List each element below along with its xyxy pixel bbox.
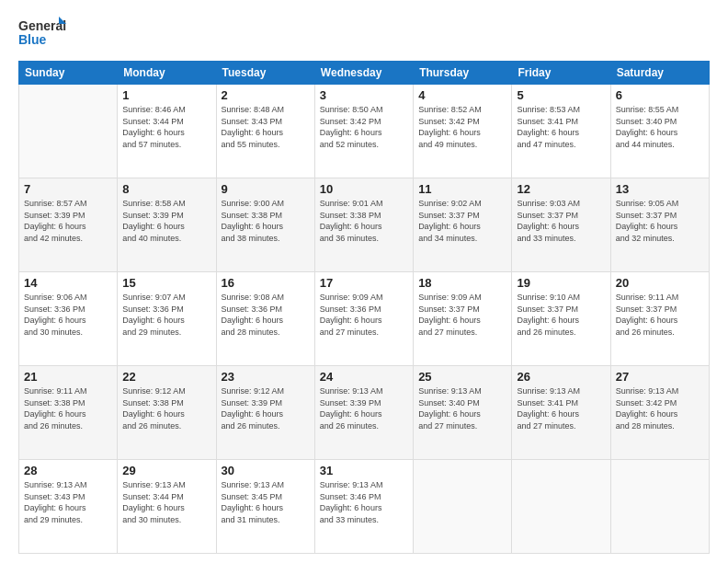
cell-info: Sunrise: 8:58 AM Sunset: 3:39 PM Dayligh… bbox=[122, 198, 210, 244]
page: General Blue SundayMondayTuesdayWednesda… bbox=[0, 0, 728, 563]
cell-info: Sunrise: 9:09 AM Sunset: 3:36 PM Dayligh… bbox=[320, 292, 408, 338]
cell-info: Sunrise: 9:06 AM Sunset: 3:36 PM Dayligh… bbox=[24, 292, 112, 338]
cell-info: Sunrise: 9:02 AM Sunset: 3:37 PM Dayligh… bbox=[418, 198, 506, 244]
calendar-cell: 30Sunrise: 9:13 AM Sunset: 3:45 PM Dayli… bbox=[216, 460, 314, 554]
weekday-header-saturday: Saturday bbox=[610, 62, 709, 85]
cell-info: Sunrise: 9:13 AM Sunset: 3:44 PM Dayligh… bbox=[122, 479, 210, 525]
cell-info: Sunrise: 8:55 AM Sunset: 3:40 PM Dayligh… bbox=[616, 104, 704, 150]
cell-info: Sunrise: 9:09 AM Sunset: 3:37 PM Dayligh… bbox=[418, 292, 506, 338]
calendar-cell: 5Sunrise: 8:53 AM Sunset: 3:41 PM Daylig… bbox=[512, 85, 610, 178]
calendar-cell: 11Sunrise: 9:02 AM Sunset: 3:37 PM Dayli… bbox=[414, 178, 512, 272]
calendar-cell: 24Sunrise: 9:13 AM Sunset: 3:39 PM Dayli… bbox=[314, 366, 413, 460]
calendar-cell: 6Sunrise: 8:55 AM Sunset: 3:40 PM Daylig… bbox=[610, 85, 709, 178]
calendar-cell: 15Sunrise: 9:07 AM Sunset: 3:36 PM Dayli… bbox=[118, 272, 216, 366]
day-number: 8 bbox=[122, 182, 210, 196]
calendar-cell: 31Sunrise: 9:13 AM Sunset: 3:46 PM Dayli… bbox=[314, 460, 413, 554]
calendar-cell: 17Sunrise: 9:09 AM Sunset: 3:36 PM Dayli… bbox=[314, 272, 413, 366]
weekday-header-sunday: Sunday bbox=[19, 62, 118, 85]
cell-info: Sunrise: 9:00 AM Sunset: 3:38 PM Dayligh… bbox=[222, 198, 310, 244]
weekday-header-row: SundayMondayTuesdayWednesdayThursdayFrid… bbox=[19, 62, 710, 85]
day-number: 21 bbox=[24, 370, 112, 384]
calendar-cell: 27Sunrise: 9:13 AM Sunset: 3:42 PM Dayli… bbox=[610, 366, 709, 460]
cell-info: Sunrise: 9:13 AM Sunset: 3:43 PM Dayligh… bbox=[24, 479, 112, 525]
logo-svg: General Blue bbox=[18, 17, 66, 50]
calendar-cell bbox=[610, 460, 709, 554]
calendar-cell: 22Sunrise: 9:12 AM Sunset: 3:38 PM Dayli… bbox=[118, 366, 216, 460]
cell-info: Sunrise: 9:10 AM Sunset: 3:37 PM Dayligh… bbox=[517, 292, 605, 338]
cell-info: Sunrise: 8:53 AM Sunset: 3:41 PM Dayligh… bbox=[517, 104, 605, 150]
weekday-header-friday: Friday bbox=[512, 62, 610, 85]
cell-info: Sunrise: 9:13 AM Sunset: 3:42 PM Dayligh… bbox=[616, 385, 704, 431]
cell-info: Sunrise: 9:13 AM Sunset: 3:45 PM Dayligh… bbox=[222, 479, 310, 525]
calendar-week-row: 21Sunrise: 9:11 AM Sunset: 3:38 PM Dayli… bbox=[19, 366, 710, 460]
cell-info: Sunrise: 8:50 AM Sunset: 3:42 PM Dayligh… bbox=[320, 104, 408, 150]
day-number: 24 bbox=[320, 370, 408, 384]
day-number: 3 bbox=[320, 88, 408, 102]
day-number: 1 bbox=[122, 88, 210, 102]
cell-info: Sunrise: 9:11 AM Sunset: 3:38 PM Dayligh… bbox=[24, 385, 112, 431]
cell-info: Sunrise: 9:13 AM Sunset: 3:39 PM Dayligh… bbox=[320, 385, 408, 431]
cell-info: Sunrise: 8:46 AM Sunset: 3:44 PM Dayligh… bbox=[122, 104, 210, 150]
calendar-cell bbox=[19, 85, 118, 178]
day-number: 5 bbox=[517, 88, 605, 102]
day-number: 7 bbox=[24, 182, 112, 196]
calendar-cell: 28Sunrise: 9:13 AM Sunset: 3:43 PM Dayli… bbox=[19, 460, 118, 554]
calendar-cell: 18Sunrise: 9:09 AM Sunset: 3:37 PM Dayli… bbox=[414, 272, 512, 366]
day-number: 6 bbox=[616, 88, 704, 102]
cell-info: Sunrise: 9:12 AM Sunset: 3:38 PM Dayligh… bbox=[122, 385, 210, 431]
cell-info: Sunrise: 9:08 AM Sunset: 3:36 PM Dayligh… bbox=[222, 292, 310, 338]
calendar-week-row: 1Sunrise: 8:46 AM Sunset: 3:44 PM Daylig… bbox=[19, 85, 710, 178]
calendar-cell: 3Sunrise: 8:50 AM Sunset: 3:42 PM Daylig… bbox=[314, 85, 413, 178]
day-number: 18 bbox=[418, 276, 506, 290]
day-number: 27 bbox=[616, 370, 704, 384]
cell-info: Sunrise: 9:13 AM Sunset: 3:41 PM Dayligh… bbox=[517, 385, 605, 431]
calendar-cell: 7Sunrise: 8:57 AM Sunset: 3:39 PM Daylig… bbox=[19, 178, 118, 272]
calendar-cell: 1Sunrise: 8:46 AM Sunset: 3:44 PM Daylig… bbox=[118, 85, 216, 178]
cell-info: Sunrise: 9:13 AM Sunset: 3:40 PM Dayligh… bbox=[418, 385, 506, 431]
cell-info: Sunrise: 8:57 AM Sunset: 3:39 PM Dayligh… bbox=[24, 198, 112, 244]
calendar-cell: 19Sunrise: 9:10 AM Sunset: 3:37 PM Dayli… bbox=[512, 272, 610, 366]
cell-info: Sunrise: 9:12 AM Sunset: 3:39 PM Dayligh… bbox=[222, 385, 310, 431]
day-number: 16 bbox=[222, 276, 310, 290]
calendar-cell: 26Sunrise: 9:13 AM Sunset: 3:41 PM Dayli… bbox=[512, 366, 610, 460]
calendar-cell: 20Sunrise: 9:11 AM Sunset: 3:37 PM Dayli… bbox=[610, 272, 709, 366]
weekday-header-thursday: Thursday bbox=[414, 62, 512, 85]
calendar-cell: 12Sunrise: 9:03 AM Sunset: 3:37 PM Dayli… bbox=[512, 178, 610, 272]
day-number: 17 bbox=[320, 276, 408, 290]
day-number: 15 bbox=[122, 276, 210, 290]
cell-info: Sunrise: 9:11 AM Sunset: 3:37 PM Dayligh… bbox=[616, 292, 704, 338]
day-number: 31 bbox=[320, 464, 408, 477]
day-number: 26 bbox=[517, 370, 605, 384]
weekday-header-monday: Monday bbox=[118, 62, 216, 85]
day-number: 2 bbox=[222, 88, 310, 102]
day-number: 25 bbox=[418, 370, 506, 384]
calendar-cell: 25Sunrise: 9:13 AM Sunset: 3:40 PM Dayli… bbox=[414, 366, 512, 460]
calendar-week-row: 14Sunrise: 9:06 AM Sunset: 3:36 PM Dayli… bbox=[19, 272, 710, 366]
day-number: 14 bbox=[24, 276, 112, 290]
calendar-week-row: 7Sunrise: 8:57 AM Sunset: 3:39 PM Daylig… bbox=[19, 178, 710, 272]
weekday-header-tuesday: Tuesday bbox=[216, 62, 314, 85]
day-number: 28 bbox=[24, 464, 112, 477]
cell-info: Sunrise: 9:05 AM Sunset: 3:37 PM Dayligh… bbox=[616, 198, 704, 244]
calendar-table: SundayMondayTuesdayWednesdayThursdayFrid… bbox=[18, 61, 710, 554]
day-number: 10 bbox=[320, 182, 408, 196]
calendar-cell: 14Sunrise: 9:06 AM Sunset: 3:36 PM Dayli… bbox=[19, 272, 118, 366]
calendar-cell: 21Sunrise: 9:11 AM Sunset: 3:38 PM Dayli… bbox=[19, 366, 118, 460]
calendar-cell: 29Sunrise: 9:13 AM Sunset: 3:44 PM Dayli… bbox=[118, 460, 216, 554]
header: General Blue bbox=[18, 17, 710, 50]
day-number: 30 bbox=[222, 464, 310, 477]
calendar-cell: 4Sunrise: 8:52 AM Sunset: 3:42 PM Daylig… bbox=[414, 85, 512, 178]
day-number: 19 bbox=[517, 276, 605, 290]
day-number: 23 bbox=[222, 370, 310, 384]
cell-info: Sunrise: 8:48 AM Sunset: 3:43 PM Dayligh… bbox=[222, 104, 310, 150]
cell-info: Sunrise: 9:03 AM Sunset: 3:37 PM Dayligh… bbox=[517, 198, 605, 244]
day-number: 22 bbox=[122, 370, 210, 384]
logo: General Blue bbox=[18, 17, 66, 50]
cell-info: Sunrise: 9:07 AM Sunset: 3:36 PM Dayligh… bbox=[122, 292, 210, 338]
calendar-cell: 2Sunrise: 8:48 AM Sunset: 3:43 PM Daylig… bbox=[216, 85, 314, 178]
calendar-cell: 10Sunrise: 9:01 AM Sunset: 3:38 PM Dayli… bbox=[314, 178, 413, 272]
calendar-cell: 9Sunrise: 9:00 AM Sunset: 3:38 PM Daylig… bbox=[216, 178, 314, 272]
calendar-cell bbox=[512, 460, 610, 554]
calendar-cell: 8Sunrise: 8:58 AM Sunset: 3:39 PM Daylig… bbox=[118, 178, 216, 272]
day-number: 20 bbox=[616, 276, 704, 290]
